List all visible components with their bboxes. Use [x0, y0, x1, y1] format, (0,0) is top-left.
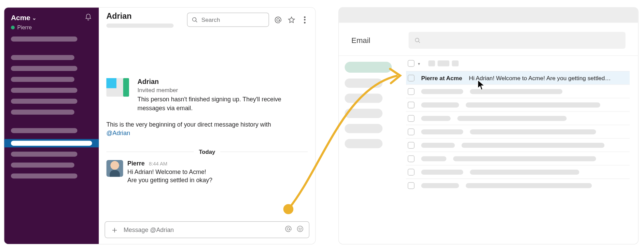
folder-item[interactable] [345, 78, 382, 88]
svg-point-2 [297, 226, 303, 232]
slack-window: Acme ⌄ Pierre [4, 8, 315, 244]
sidebar-item[interactable] [11, 55, 74, 60]
svg-point-3 [299, 228, 299, 229]
dm-intro-subtitle: Invited member [138, 87, 289, 93]
email-list: ▾ Pierre at Acme Hi Adrian! Welcome to A… [406, 56, 638, 192]
current-user-presence[interactable]: Pierre [4, 24, 99, 37]
sidebar-item[interactable] [11, 162, 74, 168]
sidebar-item[interactable] [11, 66, 78, 71]
search-placeholder: Search [201, 16, 220, 23]
message-author[interactable]: Pierre [127, 160, 145, 167]
smile-icon [296, 225, 304, 233]
sidebar-item[interactable] [11, 88, 78, 93]
email-title: Email [351, 36, 397, 45]
channel-title[interactable]: Adrian [106, 12, 173, 21]
date-divider: Today [106, 149, 308, 155]
email-row[interactable] [406, 178, 630, 192]
row-checkbox[interactable] [408, 182, 415, 189]
workspace-name: Acme [11, 14, 30, 23]
search-icon [192, 17, 198, 23]
sidebar-item[interactable] [11, 37, 78, 42]
dm-intro-name: Adrian [138, 78, 289, 86]
dm-intro-avatar [106, 78, 131, 98]
row-checkbox[interactable] [408, 75, 415, 82]
folder-item[interactable] [345, 139, 382, 148]
row-checkbox[interactable] [408, 155, 415, 162]
email-row[interactable] [406, 151, 630, 165]
date-divider-label: Today [194, 149, 220, 155]
message-line: Are you getting settled in okay? [127, 176, 212, 185]
folder-item[interactable] [345, 94, 382, 103]
folder-item[interactable] [345, 109, 382, 118]
current-user-name: Pierre [17, 24, 32, 30]
email-row[interactable] [406, 84, 630, 98]
email-titlebar [339, 8, 638, 23]
email-row[interactable] [406, 125, 630, 138]
chevron-down-icon[interactable]: ▾ [418, 61, 420, 66]
svg-point-4 [301, 228, 302, 229]
email-search-input[interactable] [409, 32, 626, 49]
sidebar-item-active-dm[interactable] [4, 139, 99, 147]
row-checkbox[interactable] [408, 101, 415, 108]
search-icon [415, 37, 421, 43]
email-row[interactable] [406, 165, 630, 178]
message[interactable]: Pierre 8:44 AM Hi Adrian! Welcome to Acm… [106, 160, 308, 185]
sidebar-item[interactable] [11, 173, 78, 178]
chevron-down-icon: ⌄ [32, 15, 36, 21]
mention-button[interactable] [284, 225, 292, 234]
toolbar-button[interactable] [428, 60, 435, 66]
message-avatar[interactable] [106, 160, 123, 177]
user-mention[interactable]: @Adrian [106, 130, 130, 136]
notifications-bell-icon[interactable] [84, 13, 92, 23]
sidebar-item[interactable] [11, 77, 74, 82]
row-checkbox[interactable] [408, 128, 415, 135]
at-icon [284, 225, 292, 233]
message-composer[interactable]: ＋ Message @Adrian [105, 221, 309, 238]
sidebar-item[interactable] [11, 151, 78, 157]
mentions-button[interactable] [273, 15, 282, 24]
toolbar-button[interactable] [452, 60, 459, 66]
folder-item[interactable] [345, 124, 382, 133]
svg-point-1 [287, 228, 290, 230]
dm-intro-description: This person hasn't finished signing up. … [138, 95, 289, 113]
row-checkbox[interactable] [408, 169, 415, 175]
compose-button[interactable] [345, 62, 392, 73]
email-toolbar: ▾ [406, 56, 630, 71]
email-row[interactable] [406, 98, 630, 111]
slack-sidebar: Acme ⌄ Pierre [4, 8, 99, 244]
presence-active-icon [11, 26, 15, 29]
email-header: Email [339, 23, 638, 56]
message-timestamp[interactable]: 8:44 AM [149, 161, 167, 167]
toolbar-button[interactable] [437, 60, 449, 66]
email-sidebar [339, 56, 406, 192]
dm-beginning-text: This is the very beginning of your direc… [106, 120, 308, 138]
email-row[interactable] [406, 111, 630, 125]
attach-button[interactable]: ＋ [110, 226, 119, 234]
sidebar-item[interactable] [11, 128, 78, 133]
workspace-switcher[interactable]: Acme ⌄ [11, 14, 36, 23]
email-window: Email ▾ [339, 8, 638, 244]
star-icon [287, 16, 295, 24]
search-input[interactable]: Search [187, 13, 269, 27]
email-subject: Hi Adrian! Welcome to Acme! Are you gett… [469, 75, 611, 82]
email-row-highlighted[interactable]: Pierre at Acme Hi Adrian! Welcome to Acm… [406, 71, 630, 84]
email-row[interactable] [406, 138, 630, 151]
svg-point-0 [277, 18, 279, 21]
channel-header: Adrian Search [99, 8, 315, 28]
sidebar-item[interactable] [11, 99, 78, 104]
select-all-checkbox[interactable] [408, 60, 415, 67]
row-checkbox[interactable] [408, 142, 415, 148]
sidebar-item[interactable] [11, 110, 74, 115]
composer-placeholder: Message @Adrian [124, 227, 280, 233]
at-icon [274, 16, 282, 24]
dm-intro: Adrian Invited member This person hasn't… [106, 78, 308, 113]
more-actions-button[interactable] [300, 15, 309, 24]
channel-subtitle-placeholder [106, 24, 173, 28]
emoji-button[interactable] [296, 225, 304, 234]
row-checkbox[interactable] [408, 115, 415, 122]
message-line: Hi Adrian! Welcome to Acme! [127, 168, 212, 176]
row-checkbox[interactable] [408, 88, 415, 95]
star-button[interactable] [287, 15, 296, 24]
email-sender: Pierre at Acme [421, 75, 462, 82]
slack-main: Adrian Search [99, 8, 315, 244]
